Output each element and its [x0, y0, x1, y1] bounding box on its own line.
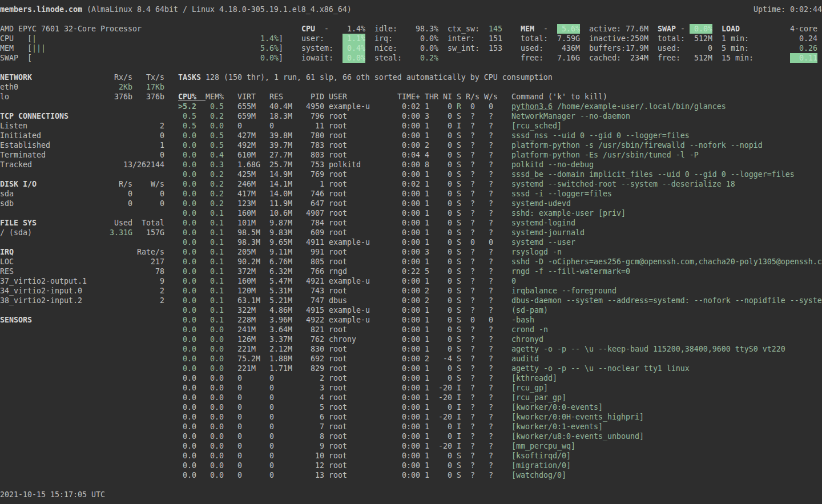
cell-time: 0:00 [402, 121, 420, 131]
cell-status: S [457, 470, 461, 480]
cell-mem: 0.2 [210, 170, 224, 179]
cell-pid: 762 [311, 334, 324, 344]
cell-command: [mm_percpu_wq] [511, 441, 575, 451]
cell-user: root [329, 257, 347, 267]
cell-command: auditd [511, 354, 539, 364]
cell-res: 0 [269, 121, 274, 131]
cell-pid: 830 [311, 344, 324, 354]
cell-mem: 0.2 [210, 179, 224, 189]
cell-command: polkitd --no-debug [511, 160, 594, 170]
cell-mem: 0.0 [210, 334, 224, 344]
cpu-b-nice-value: 0.0% [420, 43, 438, 53]
cell-virt: 417M [237, 189, 256, 199]
cell-pid: 647 [311, 199, 324, 208]
cell-status: S [457, 247, 461, 257]
cell-cpu: 0.0 [183, 160, 196, 170]
cell-ni: 0 [448, 364, 452, 373]
cell-mem: 0.1 [210, 237, 224, 247]
cell-user: chrony [329, 334, 356, 344]
cell-time: 0:00 [402, 276, 420, 286]
cell-thr: 1 [425, 276, 429, 286]
mem-b-inactive-value: 250M [630, 34, 648, 43]
cell-virt: 0 [237, 422, 242, 432]
cell-command: agetty -o -p -- \u --noclear tty1 linux [511, 364, 690, 373]
cell-thr: 1 [425, 179, 429, 189]
cell-rs: ? [470, 111, 475, 121]
ql-swap-bracket-open: [ [27, 53, 32, 63]
cell-ni: 0 [448, 325, 452, 334]
cell-rs: ? [470, 208, 475, 218]
process-row-769: 0.00.2425M14.9M769root0:0010S??sssd_be -… [0, 170, 822, 179]
cell-virt: 123M [237, 199, 256, 208]
cell-pid: 13 [315, 470, 324, 480]
cell-res: 0 [269, 461, 274, 470]
cell-res: 9.11M [269, 247, 292, 257]
mem-used-label: used: [521, 43, 543, 53]
cell-ni: 0 [448, 276, 452, 286]
cell-virt: 655M [237, 102, 256, 111]
cell-ws: 0 [489, 315, 493, 325]
mem-b-buffers-value: 17.9M [626, 43, 648, 53]
cell-cpu: 0.5 [183, 111, 196, 121]
cell-virt: 0 [237, 441, 242, 451]
cell-status: S [457, 364, 461, 373]
cell-virt: 372M [237, 267, 256, 276]
cell-ws: ? [489, 111, 493, 121]
cell-command: sssd_nss --uid 0 --gid 0 --logger=files [511, 131, 690, 140]
sidebar-network-row-name: lo [0, 92, 9, 102]
ql-cpu-bar-fill: | [32, 34, 37, 43]
cell-rs: 0 [470, 315, 475, 325]
cell-command: [rcu_par_gp] [511, 393, 566, 402]
mem-b-buffers-label: buffers: [589, 43, 626, 53]
cell-virt: 75.2M [237, 354, 260, 364]
cell-mem: 0.5 [210, 102, 224, 111]
cell-ni: 0 [448, 344, 452, 354]
cell-virt: 0 [237, 393, 242, 402]
process-row-4: 0.00.0004root0:001-20I??[rcu_par_gp] [0, 393, 822, 402]
cell-pid: 783 [311, 140, 324, 150]
process-row-4950: >5.20.5655M40.4M4950example-u0:0210R00py… [0, 102, 822, 111]
cell-res: 14.1M [269, 179, 292, 189]
col-header-mem: MEM% [206, 92, 224, 102]
swap-total-label: total: [658, 34, 685, 43]
process-row-743: 0.00.1120M5.31M743root0:0020S??irqbalanc… [0, 286, 822, 296]
cell-mem: 0.0 [210, 121, 224, 131]
cell-thr: 1 [425, 432, 429, 441]
cell-ws: ? [489, 441, 493, 451]
cell-status: S [457, 237, 461, 247]
cell-rs: ? [470, 160, 475, 170]
cpu-b-steal-label: steal: [374, 53, 402, 63]
cell-ws: ? [489, 470, 493, 480]
cell-res: 9.83M [269, 228, 292, 237]
sidebar-network-value-b: 376b [146, 92, 164, 102]
cell-ws: ? [489, 267, 493, 276]
cell-ws: ? [489, 325, 493, 334]
process-row-762: 0.00.0126M3.37M762chrony0:0010S??chronyd [0, 334, 822, 344]
cell-virt: 0 [237, 432, 242, 441]
cell-mem: 0.0 [210, 393, 224, 402]
cell-mem: 0.0 [210, 344, 224, 354]
cell-cpu: 0.0 [183, 286, 196, 296]
cpu-system-value: 0.4% [342, 43, 365, 53]
cell-res: 3.96M [269, 315, 292, 325]
cell-pid: 10 [315, 451, 324, 461]
cell-virt: 0 [237, 451, 242, 461]
cell-cpu: 0.0 [183, 237, 196, 247]
cell-status: S [457, 160, 461, 170]
cell-status: S [457, 344, 461, 354]
cell-user: root [329, 344, 347, 354]
cell-cpu: 0.0 [183, 189, 196, 199]
cell-virt: 221M [237, 344, 256, 354]
cell-cpu: 0.0 [183, 140, 196, 150]
cell-cpu: 0.0 [183, 451, 196, 461]
cpu-cpu-dash: - [324, 24, 329, 34]
cell-status: R [457, 102, 461, 111]
process-row-4922: 0.00.1228M3.96M4922example-u0:0010S00-ba… [0, 315, 822, 325]
cell-command: platform-python -Es /usr/sbin/tuned -l -… [511, 150, 699, 160]
cell-user: root [329, 247, 347, 257]
col-header-command: Command ('k' to kill) [511, 92, 607, 102]
cell-cpu: 0.0 [183, 470, 196, 480]
cell-status: S [457, 296, 461, 305]
cell-command: agetty -o -p -- \u --keep-baud 115200,38… [511, 344, 785, 354]
process-row-8: 0.00.0008root0:0010I??[kworker/u8:0-even… [0, 432, 822, 441]
